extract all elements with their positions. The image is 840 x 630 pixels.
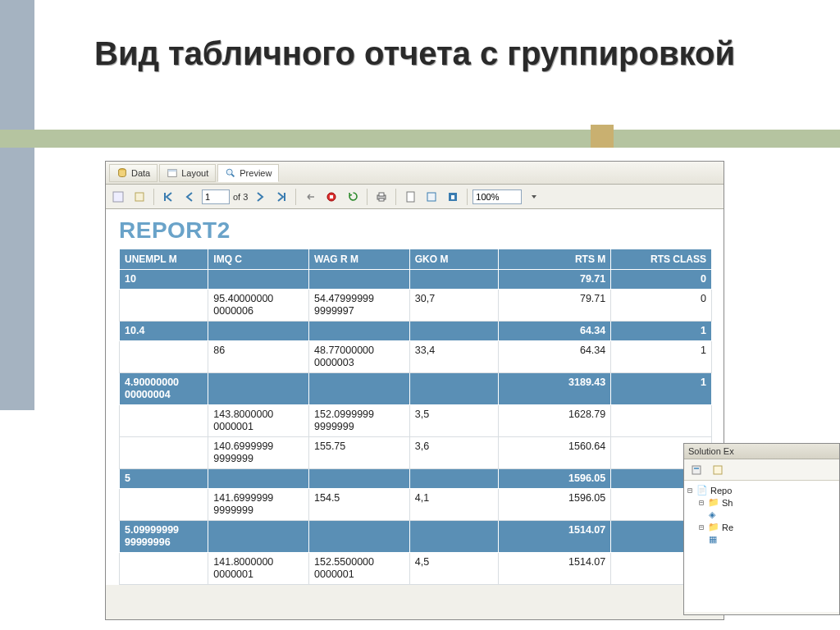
table-cell: 64.34 <box>499 341 611 373</box>
table-row: 4.90000000 000000043189.431 <box>120 373 712 405</box>
table-cell: 1560.64 <box>499 437 611 469</box>
table-cell <box>208 521 309 553</box>
solution-explorer-title: Solution Ex <box>684 444 839 459</box>
export-button[interactable] <box>444 188 462 206</box>
data-icon <box>116 167 128 179</box>
table-cell <box>120 405 208 437</box>
table-cell <box>120 341 208 373</box>
table-cell: 1 <box>611 373 712 405</box>
table-cell <box>309 322 410 341</box>
view-tabbar: Data Layout Preview <box>106 162 724 185</box>
report-file-icon: ▦ <box>709 534 717 545</box>
zoom-dropdown-button[interactable] <box>525 188 543 206</box>
table-cell: 64.34 <box>499 322 611 341</box>
table-row: 143.8000000 0000001152.0999999 99999993,… <box>120 405 712 437</box>
solution-tree[interactable]: ⊟ 📄 Repo ⊟ 📁 Sh ◈ ⊟ 📁 Re ▦ <box>684 481 839 612</box>
table-cell: 1 <box>611 322 712 341</box>
next-page-button[interactable] <box>251 188 269 206</box>
table-cell: 1514.07 <box>499 521 611 553</box>
table-row: 95.40000000 000000654.47999999 999999730… <box>120 290 712 322</box>
print-layout-button[interactable] <box>401 188 419 206</box>
col-gkom: GKO M <box>409 249 498 270</box>
table-cell: 1628.79 <box>499 405 611 437</box>
page-number-input[interactable] <box>202 189 230 204</box>
show-all-button[interactable] <box>709 461 727 479</box>
table-cell <box>309 469 410 489</box>
table-cell <box>409 270 498 290</box>
svg-rect-17 <box>692 466 701 474</box>
tree-root-label: Repo <box>710 486 732 495</box>
prev-page-button[interactable] <box>180 188 199 206</box>
table-cell: 79.71 <box>499 290 611 322</box>
page-setup-button[interactable] <box>422 188 441 206</box>
col-rtsm: RTS M <box>499 249 611 270</box>
table-row: 141.8000000 0000001152.5500000 00000014,… <box>120 553 712 585</box>
table-row: 51596.05 <box>120 469 712 489</box>
tab-preview[interactable]: Preview <box>217 164 279 182</box>
table-cell <box>208 469 309 489</box>
table-cell <box>409 469 498 489</box>
stop-button[interactable] <box>322 188 340 206</box>
slide-title: Вид табличного отчета с группировкой <box>94 34 735 72</box>
table-cell: 5 <box>120 469 208 489</box>
table-cell: 143.8000000 0000001 <box>208 405 309 437</box>
table-cell: 141.8000000 0000001 <box>208 553 309 585</box>
back-button[interactable] <box>301 188 319 206</box>
table-cell <box>409 322 498 341</box>
expander-icon[interactable]: ⊟ <box>697 498 705 507</box>
table-cell: 54.47999999 9999997 <box>309 290 410 322</box>
table-row: 8648.77000000 000000333,464.341 <box>120 341 712 373</box>
table-cell <box>309 373 410 405</box>
table-cell: 1596.05 <box>499 469 611 489</box>
col-imqc: IMQ C <box>208 249 309 270</box>
page-of-label: of 3 <box>233 192 248 202</box>
svg-line-4 <box>232 174 235 176</box>
table-cell <box>309 270 410 290</box>
col-wagrm: WAG R M <box>309 249 410 270</box>
datasource-icon: ◈ <box>709 509 715 520</box>
expander-icon[interactable]: ⊟ <box>697 523 705 532</box>
table-cell: 5.09999999 99999996 <box>120 521 208 553</box>
table-cell: 3,6 <box>409 437 498 469</box>
print-button[interactable] <box>372 188 390 206</box>
doc-map-button[interactable] <box>109 188 127 206</box>
table-cell <box>208 270 309 290</box>
table-cell: 3,5 <box>409 405 498 437</box>
table-cell: 1 <box>611 341 712 373</box>
refresh-button[interactable] <box>344 188 362 206</box>
table-cell: 155.75 <box>309 437 410 469</box>
table-cell <box>409 373 498 405</box>
report-table: UNEMPL M IMQ C WAG R M GKO M RTS M RTS C… <box>119 249 712 585</box>
first-page-button[interactable] <box>159 188 177 206</box>
table-cell: 4,1 <box>409 489 498 521</box>
svg-rect-5 <box>113 192 123 202</box>
col-unempl: UNEMPL M <box>120 249 208 270</box>
last-page-button[interactable] <box>272 188 290 206</box>
table-cell: 141.6999999 9999999 <box>208 489 309 521</box>
table-cell: 4,5 <box>409 553 498 585</box>
svg-rect-12 <box>379 193 384 196</box>
report-preview-area: REPORT2 UNEMPL M IMQ C WAG R M GKO M RTS… <box>106 209 724 585</box>
properties-button[interactable] <box>687 461 705 479</box>
expander-icon[interactable]: ⊟ <box>686 486 694 495</box>
preview-toolbar: of 3 <box>106 185 724 209</box>
table-row: 141.6999999 9999999154.54,11596.051 <box>120 489 712 521</box>
tab-layout[interactable]: Layout <box>159 164 216 182</box>
table-cell: 33,4 <box>409 341 498 373</box>
table-row: 140.6999999 9999999155.753,61560.64 <box>120 437 712 469</box>
table-cell: 30,7 <box>409 290 498 322</box>
table-cell: 154.5 <box>309 489 410 521</box>
svg-rect-10 <box>330 195 333 199</box>
layout-icon <box>167 167 178 179</box>
zoom-input[interactable] <box>472 189 522 204</box>
table-cell: 48.77000000 0000003 <box>309 341 410 373</box>
table-cell <box>120 489 208 521</box>
tab-data[interactable]: Data <box>109 164 158 182</box>
table-row: 10.464.341 <box>120 322 712 341</box>
report-designer-window: Data Layout Preview of 3 <box>105 161 724 620</box>
params-button[interactable] <box>130 188 148 206</box>
slide-accent-rule <box>0 130 840 148</box>
table-cell <box>208 322 309 341</box>
tab-layout-label: Layout <box>181 168 208 178</box>
svg-point-3 <box>226 169 232 175</box>
